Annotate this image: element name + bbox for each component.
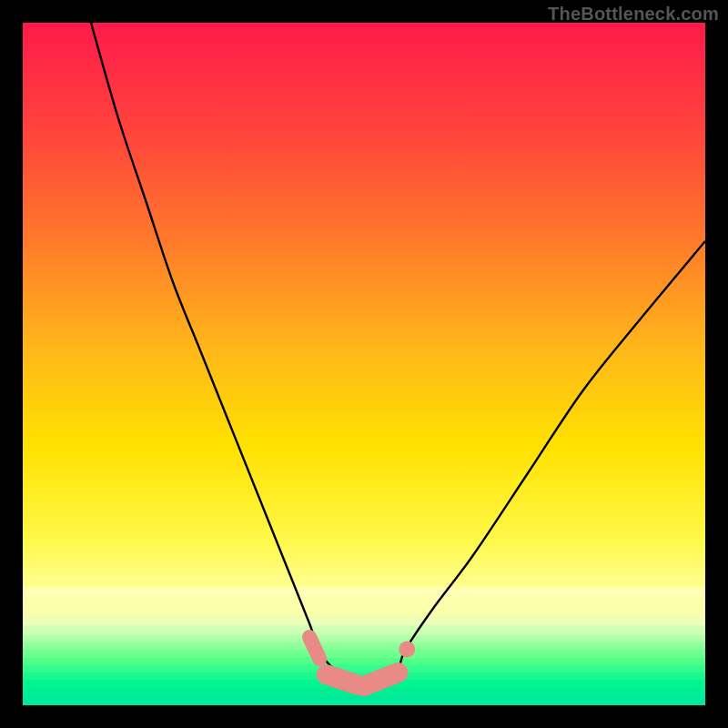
marker-dot <box>394 664 405 675</box>
marker-pill <box>309 637 319 659</box>
marker-pill <box>327 674 358 684</box>
bottleneck-curve <box>91 23 705 685</box>
marker-dot <box>399 642 415 658</box>
marker-pill <box>364 672 399 686</box>
chart-plot-area <box>23 23 705 705</box>
chart-frame: TheBottleneck.com <box>0 0 728 728</box>
chart-svg-layer <box>23 23 705 705</box>
watermark-text: TheBottleneck.com <box>548 4 719 25</box>
